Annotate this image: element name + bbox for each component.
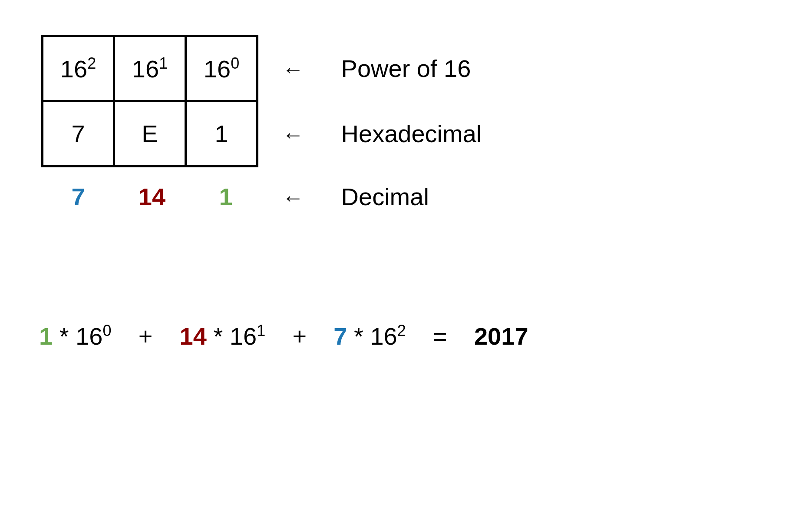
- power-cell-2: 162: [43, 36, 114, 101]
- label-decimal-text: Decimal: [341, 183, 429, 210]
- power-exp-1: 1: [159, 54, 168, 72]
- eq-gap: [272, 322, 293, 350]
- eq-gap: [118, 322, 139, 350]
- eq-base-1: 16: [230, 322, 257, 350]
- arrow-left-icon: ←: [282, 122, 334, 147]
- eq-coef-0: 1: [39, 322, 53, 350]
- eq-base-2: 16: [370, 322, 397, 350]
- decimal-cell-1: 14: [115, 183, 189, 211]
- eq-coef-1: 14: [180, 322, 207, 350]
- eq-exp-0: 0: [102, 322, 111, 339]
- hex-cell-2: 1: [186, 101, 257, 166]
- label-decimal-row: ← Decimal: [282, 183, 429, 211]
- eq-gap: [454, 322, 474, 350]
- power-base: 16: [204, 55, 231, 82]
- decimal-cell-0: 7: [41, 183, 115, 211]
- power-exp-2: 2: [87, 54, 96, 72]
- label-power-row: ← Power of 16: [282, 54, 471, 83]
- arrow-left-icon: ←: [282, 57, 334, 82]
- eq-base-0: 16: [76, 322, 102, 350]
- conversion-equation: 1 * 160 + 14 * 161 + 7 * 162 = 2017: [39, 322, 528, 350]
- power-base: 16: [60, 55, 87, 82]
- power-row: 162 161 160: [43, 36, 257, 101]
- hex-conversion-table: 162 161 160 7 E 1: [41, 35, 258, 167]
- decimal-row: 7 14 1: [41, 183, 263, 211]
- hex-cell-1: E: [114, 101, 186, 166]
- eq-mul: *: [354, 322, 363, 350]
- decimal-cell-2: 1: [189, 183, 263, 211]
- eq-gap: [314, 322, 334, 350]
- eq-eq: =: [433, 322, 447, 350]
- label-hex-text: Hexadecimal: [341, 120, 482, 147]
- eq-mul: *: [59, 322, 69, 350]
- eq-gap: [413, 322, 433, 350]
- power-base: 16: [132, 55, 159, 82]
- power-exp-0: 0: [231, 54, 239, 72]
- eq-add: +: [139, 322, 153, 350]
- arrow-left-icon: ←: [282, 185, 334, 210]
- label-hex-row: ← Hexadecimal: [282, 120, 482, 148]
- eq-exp-1: 1: [257, 322, 265, 339]
- hex-table: 162 161 160 7 E 1: [41, 35, 258, 167]
- eq-result: 2017: [474, 322, 528, 350]
- power-cell-0: 160: [186, 36, 257, 101]
- hex-row: 7 E 1: [43, 101, 257, 166]
- eq-add: +: [292, 322, 307, 350]
- label-power-text: Power of 16: [341, 55, 471, 82]
- eq-mul: *: [213, 322, 223, 350]
- hex-cell-0: 7: [43, 101, 114, 166]
- eq-gap: [159, 322, 180, 350]
- eq-exp-2: 2: [397, 322, 406, 339]
- eq-coef-2: 7: [333, 322, 347, 350]
- power-cell-1: 161: [114, 36, 186, 101]
